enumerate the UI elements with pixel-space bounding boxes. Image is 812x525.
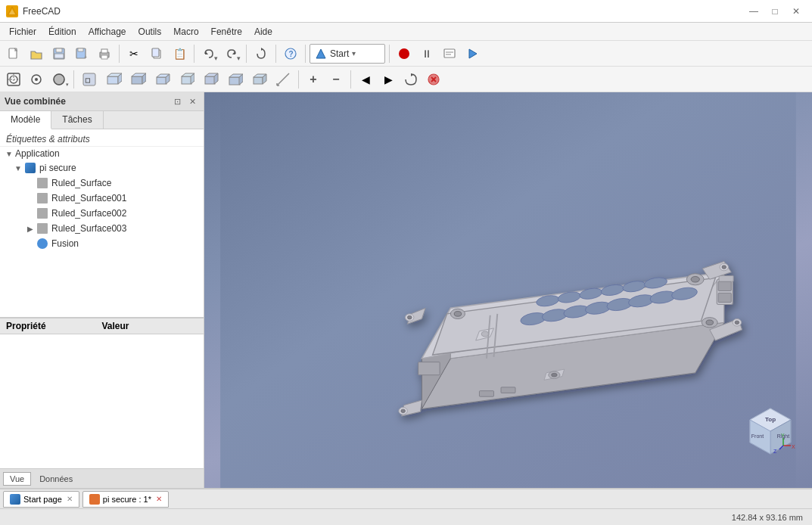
record-icon [399,48,409,59]
nav-refresh-button[interactable] [400,69,422,90]
view-front-button[interactable] [102,69,125,90]
measure-button[interactable] [272,69,294,90]
nav-stop-button[interactable] [423,69,444,90]
menu-fichier[interactable]: Fichier [3,25,42,39]
svg-rect-90 [718,293,731,302]
new-button[interactable] [3,43,24,64]
surface-icon [36,192,48,204]
menu-aide[interactable]: Aide [248,25,278,39]
menu-fenetre[interactable]: Fenêtre [205,25,248,39]
menubar: Fichier Édition Affichage Outils Macro F… [0,23,812,41]
viewport[interactable]: Top Right Front X Y Z [204,92,812,488]
fit-all-button[interactable] [3,69,24,90]
svg-text:Z: Z [773,449,777,454]
start-tab-close-button[interactable]: ✕ [67,495,73,503]
view-home-button[interactable]: ◻ [78,69,101,90]
tree-item-ruled-surface001[interactable]: ▶ Ruled_Surface001 [0,191,204,206]
svg-text:Front: Front [751,433,764,439]
view-top-button[interactable] [126,69,149,90]
svg-point-103 [407,315,412,319]
navigation-cube[interactable]: Top Right Front X Y Z [744,405,797,458]
tree-item-ruled-surface002[interactable]: ▶ Ruled_Surface002 [0,206,204,221]
nav-next-button[interactable]: ▶ [378,69,399,90]
app-icon [6,5,18,17]
tab-modele[interactable]: Modèle [0,111,51,129]
svg-rect-94 [501,387,515,393]
maximize-button[interactable]: □ [765,3,785,20]
svg-rect-89 [718,281,731,290]
svg-marker-19 [316,49,325,58]
view-back-button[interactable] [199,69,222,90]
paste-button[interactable]: 📋 [169,43,190,64]
vue-tab[interactable]: Vue [3,472,31,486]
record-macro-button[interactable] [394,43,415,64]
menu-outils[interactable]: Outils [132,25,168,39]
save-button[interactable] [48,43,70,64]
menu-affichage[interactable]: Affichage [82,25,132,39]
panel-close-button[interactable]: ✕ [185,95,199,108]
close-button[interactable]: ✕ [786,3,806,20]
zoom-plus-button[interactable]: + [303,69,324,90]
menu-edition[interactable]: Édition [42,25,82,39]
expand-arrow: ▶ [24,225,36,233]
view-iso-button[interactable] [247,69,270,90]
minimize-button[interactable]: — [744,3,764,20]
properties-header: Propriété Valeur [0,318,204,334]
undo-button[interactable]: ▾ [198,43,219,64]
page-tab-start[interactable]: Start page ✕ [3,491,79,508]
svg-rect-43 [182,76,191,84]
zoom-plus-icon: + [310,73,316,86]
pause-macro-button[interactable]: ⏸ [416,43,437,64]
tree-item-fusion[interactable]: ▶ Fusion [0,236,204,251]
panel-float-button[interactable]: ⊡ [170,95,184,108]
tree-item-ruled-surface003[interactable]: ▶ Ruled_Surface003 [0,221,204,236]
edit-macro-button[interactable] [439,43,460,64]
menu-macro[interactable]: Macro [167,25,204,39]
open-button[interactable] [26,43,47,64]
document-icon [24,162,36,174]
main-area: Vue combinée ⊡ ✕ Modèle Tâches Étiquette… [0,92,812,488]
redo-button[interactable]: ▾ [221,43,242,64]
refresh-button[interactable] [250,43,272,64]
tree-item-pisecure[interactable]: ▼ pi secure [0,160,204,176]
workbench-dropdown[interactable]: Start ▾ [310,44,385,64]
left-bottom-bar: Vue Données [0,468,204,488]
file-tab-close-button[interactable]: ✕ [156,495,162,503]
tree-item-application[interactable]: ▼ Application [0,147,204,160]
view-right-button[interactable] [151,69,173,90]
fusion-icon [36,238,48,250]
nav-prev-button[interactable]: ◀ [355,69,376,90]
draw-style-button[interactable]: ▾ [48,69,70,90]
cut-button[interactable]: ✂ [123,43,145,64]
copy-button[interactable] [146,43,167,64]
zoom-minus-button[interactable]: − [325,69,347,90]
workbench-label: Start [330,48,349,59]
view-bottom-button[interactable] [223,69,246,90]
svg-text:?: ? [289,50,294,58]
help-button[interactable]: ? [280,43,301,64]
page-tab-file[interactable]: pi secure : 1* ✕ [82,491,169,508]
fit-selection-button[interactable] [26,69,47,90]
titlebar-left: FreeCAD [6,5,61,17]
start-tab-icon [10,494,20,505]
tree-item-label: Application [15,148,60,159]
svg-rect-7 [78,48,83,51]
execute-macro-button[interactable] [462,43,483,64]
expand-arrow: ▼ [12,164,24,172]
svg-text:Top: Top [765,416,776,423]
svg-rect-91 [719,275,733,281]
tree-item-label: Ruled_Surface002 [51,208,126,219]
view-left-button[interactable] [175,69,198,90]
svg-rect-93 [479,391,493,397]
print-button[interactable] [94,43,115,64]
saveas-button[interactable]: + [71,43,92,64]
svg-line-55 [277,73,289,85]
tree-item-ruled-surface[interactable]: ▶ Ruled_Surface [0,176,204,191]
svg-text:+: + [84,54,87,60]
svg-point-97 [722,266,726,269]
prop-col-property: Propriété [6,321,102,331]
donnees-tab[interactable]: Données [33,472,79,486]
svg-rect-20 [444,49,455,57]
tab-taches[interactable]: Tâches [51,111,103,129]
svg-rect-13 [152,48,159,57]
